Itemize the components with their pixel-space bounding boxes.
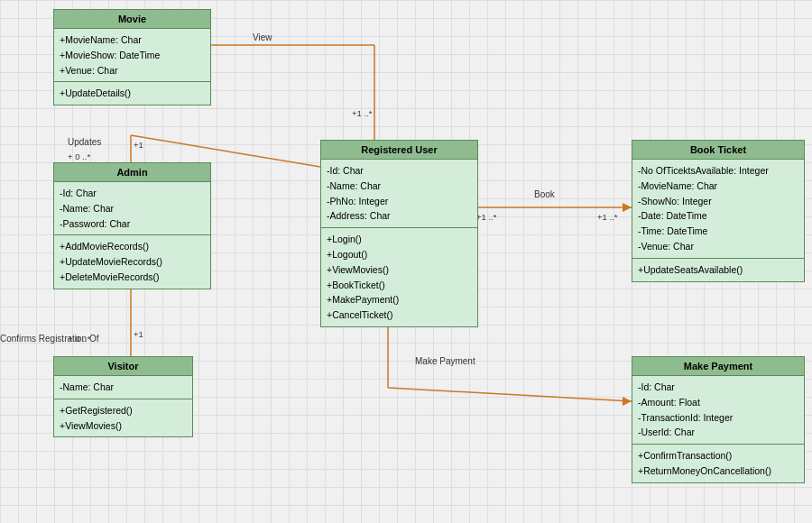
mult-ru-book-1: +1 ..* xyxy=(476,212,496,222)
class-movie-methods: +UpdateDetails() xyxy=(54,82,210,105)
svg-marker-8 xyxy=(623,203,632,212)
mult-admin-visitor: + 0 ..* xyxy=(68,334,90,344)
class-book-ticket-title: Book Ticket xyxy=(632,141,804,160)
class-registered-user-title: Registered User xyxy=(321,141,477,160)
class-admin-title: Admin xyxy=(54,163,210,182)
label-view: View xyxy=(253,32,272,42)
class-visitor-attributes: -Name: Char xyxy=(54,376,192,399)
class-admin-attributes: -Id: Char -Name: Char -Password: Char xyxy=(54,182,210,235)
class-book-ticket-attributes: -No OfTicektsAvailable: Integer -MovieNa… xyxy=(632,160,804,259)
class-admin-methods: +AddMovieRecords() +UpdateMovieRecords()… xyxy=(54,235,210,288)
mult-visitor-admin: +1 xyxy=(134,329,143,339)
svg-line-10 xyxy=(388,388,632,401)
mult-admin-ru: +1 xyxy=(134,140,143,150)
class-movie-attributes: +MovieName: Char +MovieShow: DateTime +V… xyxy=(54,29,210,82)
class-book-ticket: Book Ticket -No OfTicektsAvailable: Inte… xyxy=(632,140,805,282)
class-registered-user-methods: +Login() +Logout() +ViewMovies() +BookTi… xyxy=(321,228,477,326)
class-movie-title: Movie xyxy=(54,10,210,29)
mult-book-ru-1: +1 ..* xyxy=(597,212,617,222)
label-book: Book xyxy=(534,189,555,199)
label-updates: Updates xyxy=(68,137,101,147)
class-registered-user-attributes: -Id: Char -Name: Char -PhNo: Integer -Ad… xyxy=(321,160,477,228)
class-visitor: Visitor -Name: Char +GetRegistered() +Vi… xyxy=(53,356,193,437)
class-movie: Movie +MovieName: Char +MovieShow: DateT… xyxy=(53,9,211,106)
class-admin: Admin -Id: Char -Name: Char -Password: C… xyxy=(53,162,211,289)
class-make-payment-title: Make Payment xyxy=(632,357,804,376)
class-book-ticket-methods: +UpdateSeatsAvailable() xyxy=(632,259,804,281)
mult-movie-admin: + 0 ..* xyxy=(68,151,90,161)
mult-ru-movie-1: +1 ..* xyxy=(352,108,372,118)
class-visitor-title: Visitor xyxy=(54,357,192,376)
class-visitor-methods: +GetRegistered() +ViewMovies() xyxy=(54,399,192,437)
svg-marker-11 xyxy=(623,397,632,406)
label-make-payment: Make Payment xyxy=(415,356,475,366)
class-registered-user: Registered User -Id: Char -Name: Char -P… xyxy=(320,140,478,327)
class-make-payment: Make Payment -Id: Char -Amount: Float -T… xyxy=(632,356,805,483)
class-make-payment-attributes: -Id: Char -Amount: Float -TransactionId:… xyxy=(632,376,804,445)
class-make-payment-methods: +ConfirmTransaction() +ReturnMoneyOnCanc… xyxy=(632,445,804,482)
